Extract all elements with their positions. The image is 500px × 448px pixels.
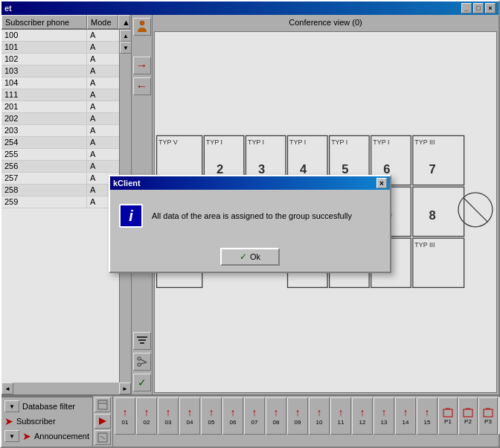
modal-close-button[interactable]: × — [376, 178, 387, 188]
modal-info-icon: i — [119, 204, 143, 228]
modal-overlay: kClient × i All data of the area is assi… — [1, 1, 499, 447]
modal-footer: ✓ Ok — [110, 242, 390, 272]
ok-check-icon: ✓ — [240, 252, 247, 262]
modal-title: kClient — [113, 179, 141, 188]
main-window: et _ □ × Subscriber phone Mode — [0, 0, 500, 448]
ok-label: Ok — [250, 252, 260, 261]
ok-button[interactable]: ✓ Ok — [220, 248, 280, 266]
modal-dialog: kClient × i All data of the area is assi… — [109, 175, 391, 273]
modal-title-bar: kClient × — [110, 176, 390, 190]
modal-message: All data of the area is assigned to the … — [152, 211, 381, 220]
modal-body: i All data of the area is assigned to th… — [110, 190, 390, 242]
